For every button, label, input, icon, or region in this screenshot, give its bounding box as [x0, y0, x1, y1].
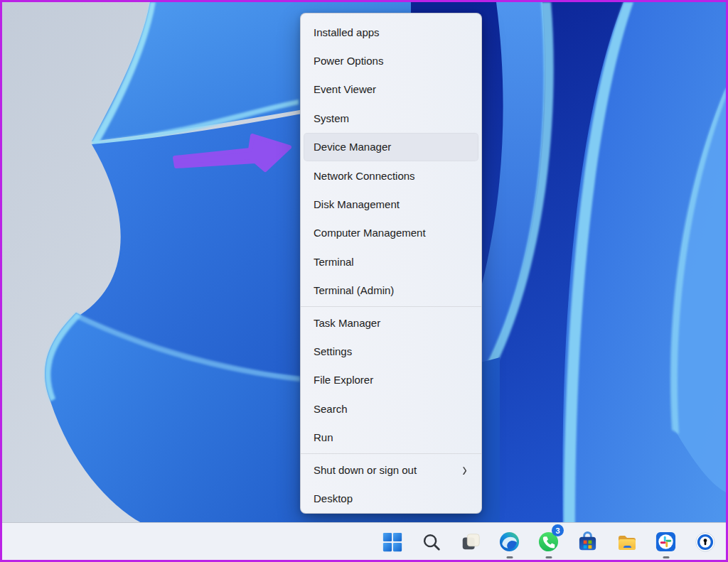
running-indicator — [545, 556, 552, 558]
menu-item-label: System — [314, 112, 349, 124]
menu-item-search[interactable]: Search — [304, 394, 478, 423]
taskbar-icon-row: 3 — [373, 523, 724, 560]
menu-item-label: Desktop — [314, 492, 353, 504]
notification-badge: 3 — [552, 524, 564, 536]
menu-item-power-options[interactable]: Power Options — [304, 46, 478, 75]
file-explorer-folder-icon — [616, 531, 638, 553]
menu-item-label: Shut down or sign out — [314, 464, 417, 476]
taskbar-file-explorer-button[interactable] — [607, 523, 646, 561]
menu-item-desktop[interactable]: Desktop — [304, 484, 478, 512]
taskbar-whatsapp-button[interactable]: 3 — [529, 523, 568, 561]
menu-item-file-explorer[interactable]: File Explorer — [304, 366, 478, 394]
menu-item-terminal[interactable]: Terminal — [304, 247, 478, 276]
menu-item-computer-management[interactable]: Computer Management — [304, 219, 478, 247]
screenshot-frame: Installed apps Power Options Event Viewe… — [0, 0, 728, 562]
running-indicator — [663, 556, 669, 558]
menu-item-label: Search — [314, 403, 348, 415]
menu-item-label: Settings — [314, 345, 352, 357]
menu-item-label: Device Manager — [314, 141, 391, 153]
menu-item-device-manager[interactable]: Device Manager — [304, 133, 478, 161]
menu-item-label: Network Connections — [314, 170, 415, 182]
taskbar-start-button[interactable] — [373, 523, 412, 561]
menu-item-label: Run — [314, 431, 333, 443]
winx-menu: Installed apps Power Options Event Viewe… — [300, 13, 482, 514]
slack-icon — [655, 531, 677, 553]
running-indicator — [506, 556, 513, 558]
taskbar-task-view-button[interactable] — [451, 523, 490, 561]
menu-item-installed-apps[interactable]: Installed apps — [304, 18, 478, 46]
windows-logo-icon — [382, 531, 403, 553]
menu-item-shut-down-or-sign-out[interactable]: Shut down or sign out › — [304, 455, 478, 484]
menu-item-system[interactable]: System — [304, 104, 478, 132]
taskbar-microsoft-store-button[interactable] — [568, 523, 607, 561]
taskbar-1password-button[interactable] — [685, 523, 724, 561]
taskbar: 3 — [2, 522, 726, 560]
menu-item-label: Event Viewer — [314, 83, 376, 95]
1password-icon — [695, 531, 716, 553]
menu-separator — [301, 453, 481, 454]
menu-item-label: File Explorer — [314, 374, 373, 386]
menu-item-label: Terminal — [314, 256, 354, 268]
menu-item-task-manager[interactable]: Task Manager — [304, 308, 478, 337]
taskbar-slack-button[interactable] — [646, 523, 685, 561]
menu-item-settings[interactable]: Settings — [304, 337, 478, 365]
menu-item-label: Computer Management — [314, 227, 426, 239]
menu-item-label: Disk Management — [314, 198, 400, 210]
menu-item-network-connections[interactable]: Network Connections — [304, 161, 478, 190]
menu-item-label: Task Manager — [314, 317, 380, 329]
task-view-icon — [460, 531, 481, 553]
menu-item-event-viewer[interactable]: Event Viewer — [304, 75, 478, 104]
menu-item-disk-management[interactable]: Disk Management — [304, 190, 478, 218]
menu-item-terminal-admin[interactable]: Terminal (Admin) — [304, 276, 478, 305]
menu-item-label: Terminal (Admin) — [314, 284, 394, 296]
search-icon — [421, 531, 442, 553]
menu-item-label: Power Options — [314, 55, 383, 67]
submenu-chevron-icon: › — [462, 460, 470, 480]
taskbar-edge-button[interactable] — [490, 523, 529, 561]
menu-separator — [301, 306, 481, 307]
edge-browser-icon — [498, 531, 520, 553]
menu-item-label: Installed apps — [314, 26, 380, 38]
menu-item-run[interactable]: Run — [304, 423, 478, 451]
taskbar-search-button[interactable] — [412, 523, 451, 561]
microsoft-store-icon — [577, 531, 599, 553]
